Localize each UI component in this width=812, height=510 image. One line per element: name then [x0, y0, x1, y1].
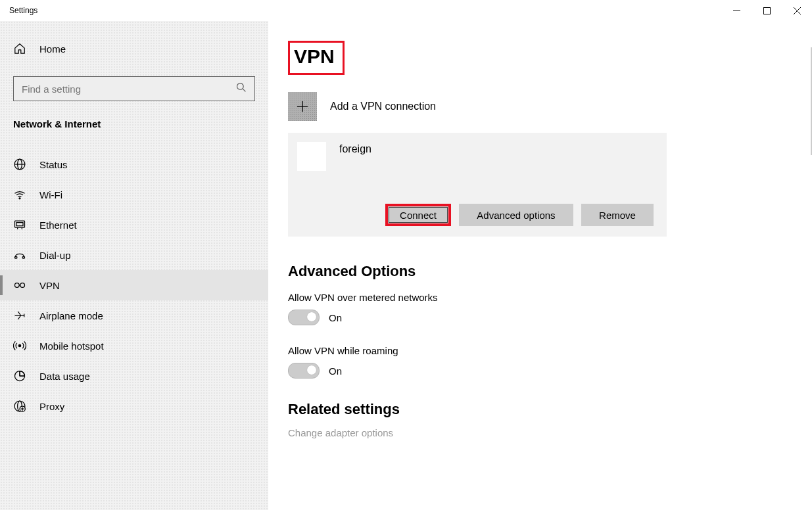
sidebar-item-label: Mobile hotspot	[39, 340, 104, 352]
sidebar-item-vpn[interactable]: VPN	[0, 270, 268, 300]
page-title: VPN	[288, 41, 345, 75]
data-usage-icon	[13, 369, 26, 382]
category-label: Network & Internet	[0, 118, 268, 129]
hotspot-icon	[13, 339, 26, 352]
svg-rect-1	[763, 7, 770, 14]
advanced-options-heading: Advanced Options	[288, 263, 792, 280]
sidebar: Home Network & Internet Status	[0, 21, 268, 510]
sidebar-item-label: Airplane mode	[39, 310, 103, 321]
sidebar-item-label: Ethernet	[39, 220, 77, 231]
connect-button[interactable]: Connect	[385, 204, 451, 226]
vpn-icon	[13, 279, 26, 292]
connection-name: foreign	[339, 142, 371, 155]
metered-networks-label: Allow VPN over metered networks	[288, 292, 792, 303]
svg-point-17	[20, 283, 25, 288]
toggle-knob	[307, 365, 316, 375]
search-input[interactable]	[13, 76, 255, 101]
sidebar-item-label: Dial-up	[39, 250, 71, 261]
add-vpn-label: Add a VPN connection	[330, 101, 436, 112]
sidebar-item-dialup[interactable]: Dial-up	[0, 240, 268, 270]
metered-networks-toggle[interactable]	[288, 310, 320, 325]
change-adapter-link[interactable]: Change adapter options	[288, 427, 792, 438]
status-icon	[13, 158, 26, 171]
sidebar-item-wifi[interactable]: Wi-Fi	[0, 179, 268, 210]
vpn-connection-item[interactable]: foreign Connect Advanced options Remove	[288, 133, 667, 237]
sidebar-item-datausage[interactable]: Data usage	[0, 361, 268, 391]
advanced-options-button[interactable]: Advanced options	[459, 204, 573, 226]
svg-point-16	[15, 283, 20, 288]
maximize-button[interactable]	[752, 0, 782, 21]
sidebar-item-label: VPN	[39, 280, 60, 291]
sidebar-item-status[interactable]: Status	[0, 149, 268, 179]
svg-rect-14	[15, 257, 17, 259]
sidebar-item-ethernet[interactable]: Ethernet	[0, 210, 268, 240]
ethernet-icon	[13, 218, 26, 231]
roaming-toggle[interactable]	[288, 363, 320, 379]
add-vpn-button[interactable]: Add a VPN connection	[288, 92, 792, 121]
sidebar-item-airplane[interactable]: Airplane mode	[0, 300, 268, 331]
titlebar: Settings	[0, 0, 812, 21]
sidebar-item-label: Proxy	[39, 401, 64, 412]
airplane-icon	[13, 309, 26, 322]
svg-point-9	[19, 198, 20, 199]
home-icon	[13, 43, 26, 55]
main-content: VPN Add a VPN connection foreign Connect…	[268, 21, 812, 510]
sidebar-item-proxy[interactable]: Proxy	[0, 391, 268, 421]
sidebar-item-label: Wi-Fi	[39, 189, 62, 200]
sidebar-item-hotspot[interactable]: Mobile hotspot	[0, 331, 268, 361]
minimize-button[interactable]	[721, 0, 752, 21]
sidebar-item-label: Status	[39, 159, 68, 170]
search-field[interactable]	[20, 83, 229, 95]
roaming-state: On	[329, 365, 342, 377]
metered-networks-state: On	[329, 312, 342, 323]
svg-rect-11	[16, 223, 23, 226]
roaming-label: Allow VPN while roaming	[288, 345, 792, 356]
svg-point-4	[237, 83, 244, 90]
plus-icon	[288, 92, 317, 121]
proxy-icon	[13, 400, 26, 413]
remove-button[interactable]: Remove	[581, 204, 654, 226]
close-button[interactable]	[782, 0, 812, 21]
svg-line-5	[243, 89, 245, 91]
wifi-icon	[13, 188, 26, 201]
home-label: Home	[39, 43, 66, 55]
toggle-knob	[307, 312, 316, 321]
home-button[interactable]: Home	[0, 34, 268, 63]
svg-rect-15	[22, 257, 24, 259]
dialup-icon	[13, 248, 26, 262]
sidebar-item-label: Data usage	[39, 371, 90, 382]
search-icon	[235, 82, 248, 95]
connection-icon	[297, 142, 326, 171]
related-settings-heading: Related settings	[288, 401, 792, 418]
window-title: Settings	[0, 6, 37, 15]
svg-point-19	[18, 344, 20, 346]
